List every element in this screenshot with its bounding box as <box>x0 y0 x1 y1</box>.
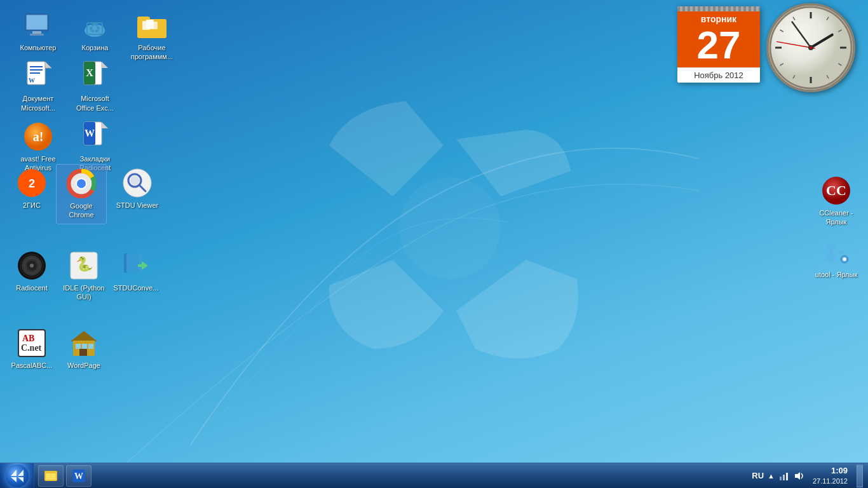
radiocent-icon <box>17 250 47 281</box>
svg-text:W: W <box>29 77 35 84</box>
svg-rect-59 <box>88 344 93 349</box>
svg-rect-9 <box>30 69 43 71</box>
svg-rect-94 <box>786 473 788 480</box>
avast-icon: a! <box>23 121 53 152</box>
gis2-label: 2ГИС <box>23 201 41 210</box>
right-side-icons: CC CCleaner - Ярлык utool - Ярлык <box>811 172 862 284</box>
svg-text:C.net: C.net <box>21 343 42 353</box>
gis2-icon-item[interactable]: 2 2ГИС <box>6 164 57 214</box>
svg-rect-3 <box>32 31 41 34</box>
svg-rect-2 <box>27 15 47 29</box>
document-word-icon-item[interactable]: W Документ Microsoft... <box>13 57 64 116</box>
svg-text:X: X <box>86 67 94 78</box>
computer-label: Компьютер <box>20 43 57 52</box>
svg-rect-57 <box>76 344 81 349</box>
clock-date-display: 27.11.2012 <box>813 477 848 485</box>
svg-rect-60 <box>79 349 87 356</box>
system-tray: RU ▲ <box>752 470 805 482</box>
stdu-label: STDU Viewer <box>116 201 158 210</box>
clock-svg <box>769 6 853 90</box>
folder-prog-icon <box>137 10 167 41</box>
computer-icon <box>23 10 53 41</box>
pascal-icon-item[interactable]: AB C.net PascalABC... <box>6 324 57 374</box>
language-indicator: RU <box>752 471 764 480</box>
word-taskbar-icon: W <box>72 469 86 483</box>
svg-marker-22 <box>102 122 108 128</box>
ccleaner-icon-item[interactable]: CC CCleaner - Ярлык <box>811 172 862 231</box>
chrome-icon-wrapper: Google Chrome <box>56 164 107 226</box>
radiocent-label: Radiocent <box>16 283 48 292</box>
desktop-row4: AB C.net PascalABC... WordPage <box>0 324 109 375</box>
chrome-icon <box>66 168 97 199</box>
taskbar-explorer-btn[interactable] <box>38 465 64 487</box>
calendar-day: 27 <box>677 25 760 67</box>
idle-icon: 🐍 <box>69 250 99 281</box>
desktop-column-2: Рабочие программм... <box>126 6 184 67</box>
svg-rect-58 <box>82 344 87 349</box>
show-desktop-button[interactable] <box>857 464 863 487</box>
stduconv-label: STDUConve... <box>114 283 159 292</box>
utool-icon-item[interactable]: utool - Ярлык <box>811 233 862 283</box>
document-word-label: Документ Microsoft... <box>15 94 61 112</box>
tray-arrow-icon[interactable]: ▲ <box>768 472 775 480</box>
stdu-icon-item[interactable]: STDU Viewer <box>112 164 163 214</box>
gis2-icon: 2 <box>17 168 47 198</box>
svg-text:AB: AB <box>22 334 34 343</box>
svg-text:2: 2 <box>29 177 35 190</box>
svg-rect-10 <box>30 72 40 74</box>
svg-rect-49 <box>126 254 142 273</box>
svg-text:W: W <box>85 128 95 139</box>
start-button[interactable] <box>0 463 34 489</box>
recycle-icon-item[interactable]: ♻ Корзина <box>69 6 120 56</box>
tray-network-icon <box>778 470 790 482</box>
svg-marker-50 <box>142 261 148 270</box>
svg-point-39 <box>130 176 139 185</box>
taskbar: W RU ▲ 1:09 27.11.2012 <box>0 463 868 488</box>
tray-volume-icon <box>794 470 805 482</box>
idle-label: IDLE (Python GUI) <box>61 283 107 302</box>
folder-prog-label: Рабочие программм... <box>129 43 175 62</box>
chrome-icon-item[interactable]: Google Chrome <box>56 164 107 224</box>
ccleaner-label: CCleaner - Ярлык <box>813 208 859 227</box>
svg-point-43 <box>30 264 34 268</box>
clock-time-display: 1:09 <box>831 466 848 477</box>
pascal-icon: AB C.net <box>17 328 47 358</box>
svg-point-78 <box>810 46 812 49</box>
radiocent-icon-item[interactable]: Radiocent <box>6 247 57 306</box>
pascal-label: PascalABC... <box>11 361 53 370</box>
excel-icon-item[interactable]: X Microsoft Office Exc... <box>69 57 120 116</box>
desktop-row2-col0: 2 2ГИС <box>0 164 57 215</box>
svg-text:a!: a! <box>33 130 44 144</box>
stdu-icon <box>122 168 153 198</box>
taskbar-items: W <box>34 463 747 488</box>
stdu-icon-wrapper: STDU Viewer <box>112 164 163 215</box>
wordpage-icon-item[interactable]: WordPage <box>58 324 109 374</box>
clock-area[interactable]: 1:09 27.11.2012 <box>810 466 850 485</box>
svg-marker-84 <box>838 250 847 254</box>
recycle-icon: ♻ <box>79 10 110 41</box>
computer-icon-item[interactable]: Компьютер <box>13 6 64 56</box>
excel-icon: X <box>79 61 110 92</box>
svg-rect-29 <box>150 22 158 29</box>
recycle-label: Корзина <box>82 43 109 52</box>
zakl-icon: W <box>79 121 110 152</box>
desktop-row3: Radiocent 🐍 IDLE (Python GUI) <box>0 247 161 307</box>
idle-icon-item[interactable]: 🐍 IDLE (Python GUI) <box>58 247 109 306</box>
svg-rect-4 <box>30 34 44 36</box>
svg-rect-82 <box>825 243 836 248</box>
folder-prog-icon-item[interactable]: Рабочие программм... <box>126 6 177 65</box>
desktop-column-1: ♻ Корзина X Microsoft Office Exc... <box>69 6 120 177</box>
taskbar-word-btn[interactable]: W <box>66 465 92 487</box>
clock-face <box>766 3 855 92</box>
start-orb <box>6 464 29 487</box>
ccleaner-icon: CC <box>821 175 851 206</box>
desktop-column-0: Компьютер W Документ Microsoft... <box>13 6 64 177</box>
stduconv-icon-item[interactable]: STDUConve... <box>111 247 161 306</box>
svg-text:CC: CC <box>826 182 846 198</box>
calendar-month-year: Ноябрь 2012 <box>677 67 760 83</box>
svg-rect-89 <box>46 473 56 480</box>
calendar-widget: вторник 27 Ноябрь 2012 <box>677 6 760 83</box>
svg-rect-92 <box>780 477 782 480</box>
wordpage-label: WordPage <box>67 361 100 370</box>
svg-rect-8 <box>30 66 43 67</box>
